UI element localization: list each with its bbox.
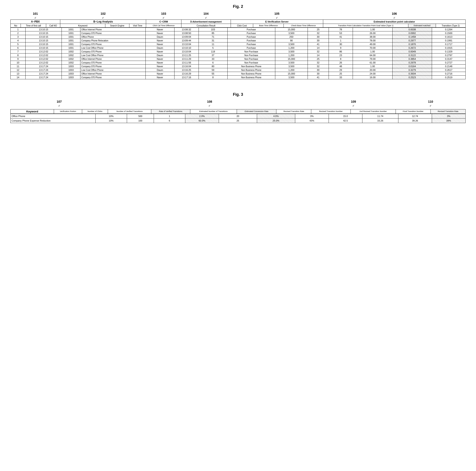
col-headers-row: No Time of first call Call NO Keyword Se…	[11, 24, 466, 28]
cell-time: 13:12:02	[25, 57, 62, 61]
col-num-verified: Number of Verified Transitions	[108, 109, 151, 114]
cell-est: 0.3854	[392, 57, 432, 61]
cell-trans1: 38.00	[353, 35, 392, 39]
col-chkbase: Check Base Time Difference	[284, 24, 323, 28]
fig3-col-headers: Keyword Verification Portion Number of C…	[11, 109, 466, 114]
cell-time: 13:10:15	[25, 39, 62, 42]
arrow101: ↙	[11, 16, 60, 20]
cell-consult: Non Purchase	[227, 57, 275, 61]
cell-engine: Naver	[145, 39, 174, 42]
cell-trans1: 1.00	[353, 50, 392, 53]
cell-time: 13:12:02	[25, 53, 62, 57]
g106: Estimated transition point calculator	[323, 20, 466, 24]
cell-no: 14	[11, 76, 26, 79]
cell-engine: Naver	[145, 50, 174, 53]
cell-revised-num: 15.0	[329, 114, 362, 118]
fig3-data-table: Office Phone 10% 500 1 2.0% 20 4.0% 3% 1…	[10, 114, 466, 123]
fig2-section: Fig. 2 101 102 103 104 105	[10, 4, 466, 79]
cell-visit: 13:10:04	[174, 50, 199, 53]
col-base: Base Time Difference	[253, 24, 284, 28]
fig3-s107: 107	[11, 99, 108, 104]
cell-click: 3,500	[275, 32, 307, 35]
cell-click: 250	[275, 35, 307, 39]
cell-est-conv: 25.0%	[257, 118, 295, 123]
cell-keyword: Company 070 Phone	[80, 76, 146, 79]
cell-trans1: 79.00	[353, 57, 392, 61]
cell-est: 0.3279	[392, 68, 432, 72]
cell-no: 8	[11, 53, 26, 57]
cell-consult: Purchase	[227, 28, 275, 32]
cell-visit: 13:16:04	[174, 65, 199, 68]
cell-visit: 13:16:25	[174, 68, 199, 72]
cell-consult: Non Business Phone	[227, 72, 275, 76]
cell-trans2: 0.1264	[432, 28, 466, 32]
cell-time: 13:12:02	[25, 61, 62, 65]
fig3-s110: 110	[396, 99, 465, 104]
cell-est: 0.3122	[392, 53, 432, 57]
cell-keyword: Office Internet Phone	[80, 28, 146, 32]
cell-visit: 13:17:16	[174, 76, 199, 79]
table-row: Office Phone 10% 500 1 2.0% 20 4.0% 3% 1…	[11, 114, 466, 118]
g105: E-Verification Server	[231, 20, 323, 24]
cell-time: 13:17:24	[25, 68, 62, 72]
cell-visit: 13:10:04	[174, 42, 199, 46]
cell-time: 13:12:02	[25, 50, 62, 53]
cell-time: 13:10:15	[25, 42, 62, 46]
cell-clickcal: 33	[199, 57, 227, 61]
cell-chkbase: 9	[329, 46, 353, 50]
col-keyword-f3: Keyword	[11, 109, 54, 114]
cell-consult: Non Purchase	[227, 50, 275, 53]
col-trans2: Transition (Type 2)	[436, 24, 466, 28]
cell-click: 1,200	[275, 68, 307, 72]
cell-ver-portion: 10%	[95, 114, 127, 118]
cell-chkbase: 1	[329, 39, 353, 42]
cell-trans2: 0.2148	[432, 65, 466, 68]
cell-callno: 1003	[62, 72, 80, 76]
table-row: 4 13:10:15 1001 Company Phone Relocation…	[11, 39, 466, 42]
cell-time: 13:10:15	[25, 32, 62, 35]
cell-callno: 1002	[62, 61, 80, 65]
cell-base: 32	[307, 61, 329, 65]
col-clickcal: Click Cal Time Difference	[146, 24, 181, 28]
cell-base: 30	[307, 35, 329, 39]
cell-keyword: Low Cost Office Phone	[80, 46, 146, 50]
cell-base: 30	[307, 39, 329, 42]
col-est-num: Estimated Number of Transitions	[190, 109, 237, 114]
table-row: 1 13:10:15 1001 Office Internet Phone Na…	[11, 28, 466, 32]
arrow103: ↙	[146, 16, 181, 20]
cell-base: 25	[307, 28, 329, 32]
s105-label: 105	[231, 12, 323, 16]
col-num-clicks: Number of Clicks	[82, 109, 108, 114]
cell-engine: Naver	[145, 76, 174, 79]
g101: A−PBX	[11, 20, 60, 24]
cell-no: 10	[11, 61, 26, 65]
cell-chkbase: 86	[329, 50, 353, 53]
cell-click: 1,200	[275, 53, 307, 57]
cell-keyword: Company 070 Phone	[80, 50, 146, 53]
cell-rate-verified: 60.0%	[185, 118, 219, 123]
g104: D-Advertisement management	[181, 20, 231, 24]
cell-base: 32	[307, 65, 329, 68]
fig2-title: Fig. 2	[10, 4, 466, 9]
cell-trans1: 70.00	[353, 46, 392, 50]
table-row: 8 13:12:02 1002 Low Cost Office Phone Da…	[11, 53, 466, 57]
fig3-arrow-row: ↙ ↙ ↙ ↙	[11, 104, 466, 107]
cell-clickcal: 31	[199, 39, 227, 42]
cell-est: 0.1458	[392, 35, 432, 39]
cell-visit: 13:08:32	[174, 28, 199, 32]
table-row: 12 13:17:24 1003 Low Cost Office Phone D…	[11, 68, 466, 72]
cell-trans2: 0.3147	[432, 57, 466, 61]
group-headers-row: A−PBX B−Log Analysis C−CRM D-Advertiseme…	[11, 20, 466, 24]
cell-click: 3,500	[275, 50, 307, 53]
cell-callno: 1001	[62, 46, 80, 50]
cell-revised-rate: 43%	[295, 118, 329, 123]
cell-base: 14	[307, 46, 329, 50]
section-numbers-row: 101 102 103 104 105 106	[11, 12, 466, 16]
cell-engine: Naver	[145, 65, 174, 68]
cell-base: 30	[307, 72, 329, 76]
arrow106: ↙	[323, 16, 466, 20]
cell-keyword: Low Cost Office Phone	[80, 68, 146, 72]
cell-est-num: 20	[219, 114, 257, 118]
cell-callno: 1001	[62, 32, 80, 35]
table-row: 2 13:10:15 1001 Company 070 Phone Naver …	[11, 32, 466, 35]
